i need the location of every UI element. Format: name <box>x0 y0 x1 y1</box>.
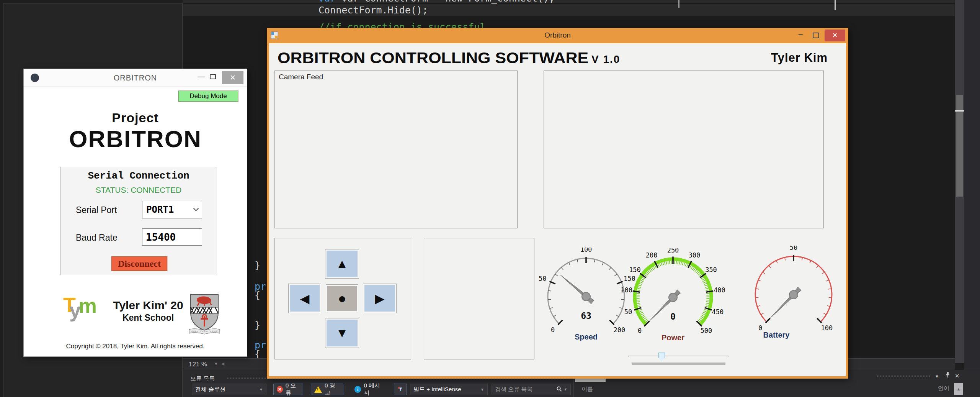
hidden-toolwindow-header <box>575 379 606 382</box>
warnings-filter-button[interactable]: 0 경고 <box>311 384 343 395</box>
funnel-icon <box>397 386 403 393</box>
name-column-header[interactable]: 이름 <box>581 386 593 393</box>
minimize-button[interactable]: – <box>795 30 806 41</box>
panel-drag-texture <box>877 374 930 378</box>
search-icon[interactable] <box>556 386 562 393</box>
slider-thumb[interactable] <box>658 353 665 361</box>
editor-mark <box>835 0 836 10</box>
editor-mark <box>678 0 679 8</box>
main-window-content: ORBITRON CONTROLLING SOFTWARE V 1.0 Tyle… <box>269 43 846 376</box>
svg-text:450: 450 <box>712 308 724 316</box>
svg-text:100: 100 <box>621 286 632 294</box>
line-highlight <box>183 4 955 16</box>
scope-dropdown[interactable]: 전체 솔루션▼ <box>192 384 266 395</box>
svg-text:50: 50 <box>624 308 632 316</box>
hscroll-left-arrow-icon[interactable]: ◄ <box>220 361 225 367</box>
code-fragment: } <box>255 320 260 331</box>
disconnect-button[interactable]: Disconnect <box>111 256 167 271</box>
dpad-down-button[interactable]: ▼ <box>325 318 359 348</box>
maximize-button[interactable] <box>813 33 819 38</box>
svg-text:200: 200 <box>646 251 658 259</box>
code-fragment: } <box>255 260 260 271</box>
serial-connection-group: Serial Connection STATUS: CONNECTED Seri… <box>60 167 217 275</box>
filter-button[interactable] <box>394 384 407 395</box>
info-icon: i <box>354 386 361 393</box>
chevron-down-icon: ▼ <box>477 387 484 392</box>
minimize-button[interactable]: — <box>196 72 207 83</box>
pin-icon[interactable] <box>945 371 951 379</box>
dpad-left-button[interactable]: ◀ <box>288 284 321 313</box>
power-gauge: 0501001502002503003504004505000Power <box>621 248 725 351</box>
line-highlight <box>183 0 955 3</box>
svg-text:63: 63 <box>581 311 591 321</box>
code-fragment: { <box>255 290 260 301</box>
search-error-list-input[interactable]: 검색 오류 목록 ▼ <box>492 384 571 395</box>
kent-school-crest <box>188 293 221 336</box>
progress-bar <box>632 363 725 365</box>
dpad-right-button[interactable]: ▶ <box>363 284 397 313</box>
errors-filter-button[interactable]: ✕ 0 오류 <box>273 384 303 395</box>
baud-rate-field[interactable]: 15400 <box>142 228 202 246</box>
app-author: Tyler Kim <box>771 51 828 65</box>
panel-close-button[interactable]: ✕ <box>955 372 960 379</box>
warning-icon <box>314 386 322 393</box>
connection-status: STATUS: CONNECTED <box>60 185 217 195</box>
chevron-down-icon[interactable]: ▼ <box>214 361 218 366</box>
svg-text:400: 400 <box>714 286 725 294</box>
main-window-title: Orbitron <box>267 31 848 39</box>
svg-text:Power: Power <box>662 333 684 342</box>
zoom-level-dropdown[interactable]: 121 % <box>189 361 207 368</box>
svg-text:100: 100 <box>821 324 833 332</box>
svg-text:100: 100 <box>580 248 592 253</box>
error-icon: ✕ <box>277 386 283 393</box>
code-fragment: { <box>255 348 260 358</box>
dpad-stop-button[interactable]: ● <box>326 284 358 312</box>
chevron-down-icon: ▼ <box>255 387 263 392</box>
svg-text:300: 300 <box>688 251 700 259</box>
copyright-text: Copyright © 2018, Tyler Kim. All rights … <box>24 343 247 350</box>
panel-caret-button[interactable]: ▼ <box>935 372 939 379</box>
school-name: Kent School <box>93 313 204 323</box>
main-window-titlebar[interactable]: Orbitron – ✕ <box>267 28 848 43</box>
camera-feed-panel: Camera Feed <box>274 71 518 228</box>
debug-mode-button[interactable]: Debug Mode <box>178 91 238 102</box>
connect-window: ORBITRON — ✕ Debug Mode Project ORBITRON… <box>24 69 247 356</box>
svg-text:0: 0 <box>551 326 555 334</box>
svg-text:500: 500 <box>701 327 712 335</box>
close-button[interactable]: ✕ <box>825 30 845 41</box>
svg-text:Speed: Speed <box>575 333 598 341</box>
dpad-up-button[interactable]: ▲ <box>325 249 359 279</box>
dpad-group: ▲ ◀ ● ▶ ▼ <box>274 238 411 359</box>
connect-window-titlebar[interactable]: ORBITRON — ✕ <box>24 69 247 87</box>
telemetry-panel <box>424 238 534 359</box>
svg-text:350: 350 <box>705 266 717 274</box>
code-line: ConnectForm.Hide(); <box>318 5 428 16</box>
svg-text:0: 0 <box>758 324 762 332</box>
svg-text:Battery: Battery <box>763 331 790 339</box>
author-name: Tyler Kim' 20 <box>93 299 204 312</box>
serial-port-dropdown[interactable]: PORT1 <box>142 201 202 218</box>
secondary-feed-panel <box>544 71 824 228</box>
right-gutter <box>964 0 980 397</box>
svg-text:50: 50 <box>539 275 546 282</box>
svg-text:150: 150 <box>629 266 641 274</box>
project-wordmark-line2: ORBITRON <box>24 125 247 153</box>
scroll-up-button[interactable]: ▲ <box>954 383 963 395</box>
serial-port-label: Serial Port <box>76 205 117 215</box>
scrollbar-position-marker <box>955 110 964 112</box>
svg-text:50: 50 <box>790 246 797 251</box>
close-button[interactable]: ✕ <box>222 71 243 84</box>
language-column-header[interactable]: 언어 <box>938 385 949 392</box>
build-intellisense-dropdown[interactable]: 빌드 + IntelliSense▼ <box>410 384 488 395</box>
app-version: V 1.0 <box>591 53 620 66</box>
chevron-down-icon[interactable]: ▼ <box>562 387 567 391</box>
project-wordmark-line1: Project <box>24 110 247 125</box>
serial-group-title: Serial Connection <box>60 170 217 182</box>
code-line-clipped: var var ConnectForm = new Form_Connect()… <box>318 0 555 4</box>
power-slider[interactable] <box>628 356 728 357</box>
error-list-title: 오류 목록 <box>190 375 215 382</box>
desktop: var var ConnectForm = new Form_Connect()… <box>0 0 980 397</box>
battery-gauge: 050100Battery <box>742 246 845 348</box>
messages-filter-button[interactable]: i 0 메시지 <box>351 384 388 395</box>
maximize-button[interactable] <box>210 74 216 79</box>
